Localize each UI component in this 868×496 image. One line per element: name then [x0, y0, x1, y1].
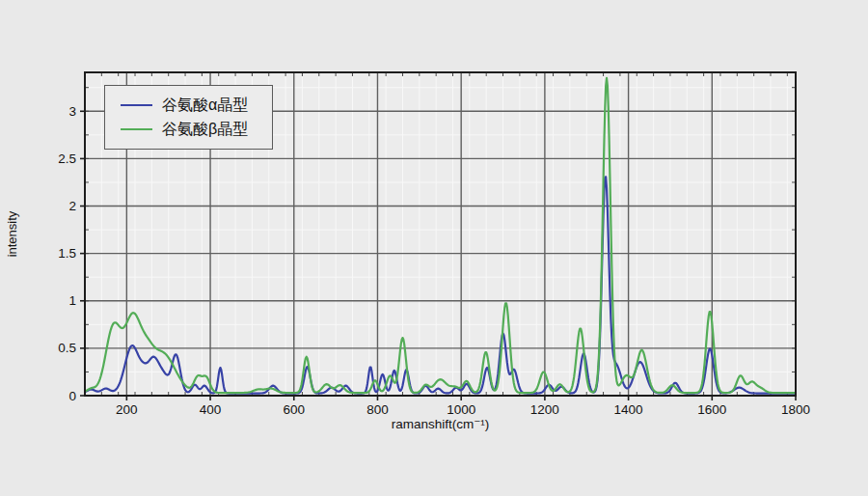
- y-tick-label: 1: [68, 293, 76, 308]
- legend-box: 谷氨酸α晶型 谷氨酸β晶型: [104, 85, 273, 150]
- legend-line-sample-beta: [121, 128, 152, 130]
- legend-label-beta: 谷氨酸β晶型: [162, 122, 248, 137]
- x-tick-label: 1200: [530, 402, 559, 417]
- x-tick-label: 1800: [781, 402, 810, 417]
- y-tick-label: 0.5: [58, 341, 76, 355]
- legend-entry-alpha: 谷氨酸α晶型: [105, 97, 272, 113]
- legend-entry-beta: 谷氨酸β晶型: [105, 122, 272, 137]
- y-tick-label: 2.5: [58, 152, 76, 166]
- y-tick-label: 1.5: [58, 246, 76, 261]
- x-tick-label: 1400: [614, 402, 643, 417]
- x-tick-label: 400: [200, 402, 222, 417]
- x-tick-label: 1600: [697, 402, 726, 417]
- x-tick-label: 200: [116, 402, 138, 417]
- y-axis-label: intensity: [5, 109, 19, 360]
- x-tick-label: 800: [366, 402, 389, 417]
- x-tick-label: 600: [283, 402, 305, 417]
- legend-label-alpha: 谷氨酸α晶型: [162, 97, 248, 113]
- x-tick-label: 1000: [447, 402, 475, 417]
- y-tick-label: 3: [68, 104, 76, 119]
- legend-line-sample-alpha: [121, 104, 152, 106]
- raman-spectra-figure: 2004006008001000120014001600180000.511.5…: [0, 0, 868, 496]
- x-axis-label: ramanshift(cm⁻¹): [85, 416, 796, 431]
- y-tick-label: 2: [68, 199, 76, 213]
- y-tick-label: 0: [68, 389, 76, 403]
